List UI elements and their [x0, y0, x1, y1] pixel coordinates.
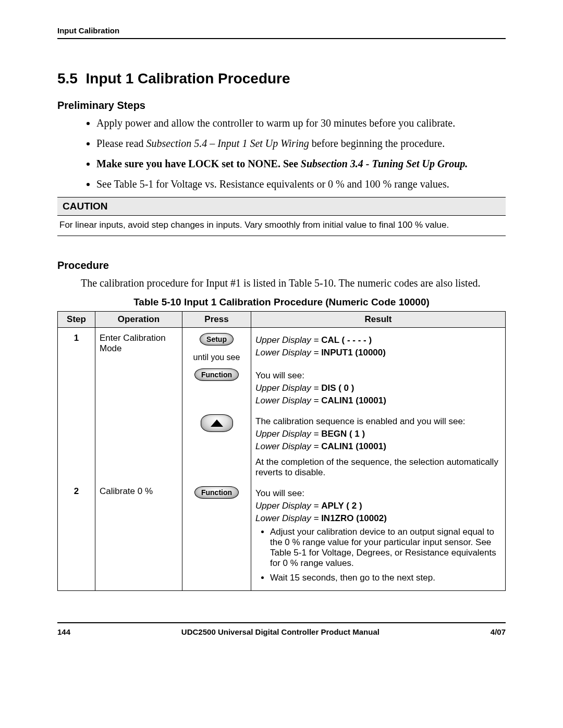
result-cell: Upper Display = CAL ( - - - - ) Lower Di… — [251, 328, 506, 366]
section-number: 5.5 — [57, 70, 78, 87]
prelim-item: Please read Subsection 5.4 – Input 1 Set… — [96, 136, 506, 151]
press-cell: Setup until you see — [182, 328, 251, 366]
up-arrow-button — [201, 414, 233, 432]
caution-box: CAUTION For linear inputs, avoid step ch… — [57, 197, 506, 236]
table-row: Function You will see: Upper Display = D… — [58, 365, 506, 411]
prelim-item: Make sure you have LOCK set to NONE. See… — [96, 156, 506, 171]
table-row: 2 Calibrate 0 % Function You will see: U… — [58, 483, 506, 591]
footer-title: UDC2500 Universal Digital Controller Pro… — [70, 627, 491, 636]
table-row: The calibration sequence is enabled and … — [58, 411, 506, 483]
procedure-table: Step Operation Press Result 1 Enter Cali… — [57, 311, 506, 591]
press-cell: Function — [182, 365, 251, 411]
procedure-heading: Procedure — [57, 260, 506, 272]
page-footer: 144 UDC2500 Universal Digital Controller… — [57, 622, 506, 636]
footer-date: 4/07 — [491, 627, 506, 636]
table-row: 1 Enter Calibration Mode Setup until you… — [58, 328, 506, 366]
prelim-item: Apply power and allow the controller to … — [96, 116, 506, 131]
section-title: 5.5 Input 1 Calibration Procedure — [57, 70, 506, 87]
step-number: 2 — [58, 483, 95, 591]
col-result: Result — [251, 312, 506, 328]
step-number: 1 — [58, 328, 95, 366]
col-op: Operation — [95, 312, 182, 328]
page-number: 144 — [57, 627, 70, 636]
result-subitem: Adjust your calibration device to an out… — [270, 527, 501, 569]
operation: Enter Calibration Mode — [95, 328, 182, 366]
procedure-intro: The calibration procedure for Input #1 i… — [81, 276, 506, 290]
press-cell: Function — [182, 483, 251, 591]
table-header-row: Step Operation Press Result — [58, 312, 506, 328]
up-arrow-icon — [211, 419, 223, 427]
prelim-heading: Preliminary Steps — [57, 100, 506, 112]
result-cell: You will see: Upper Display = DIS ( 0 ) … — [251, 365, 506, 411]
prelim-list: Apply power and allow the controller to … — [57, 116, 506, 192]
document-page: Input Calibration 5.5 Input 1 Calibratio… — [0, 0, 563, 657]
setup-button: Setup — [200, 333, 234, 346]
function-button: Function — [194, 486, 239, 499]
caution-body: For linear inputs, avoid step changes in… — [57, 216, 506, 236]
press-cell — [182, 411, 251, 483]
function-button: Function — [194, 368, 239, 381]
col-press: Press — [182, 312, 251, 328]
prelim-item: See Table 5-1 for Voltage vs. Resistance… — [96, 177, 506, 192]
result-cell: You will see: Upper Display = APLY ( 2 )… — [251, 483, 506, 591]
table-caption: Table 5-10 Input 1 Calibration Procedure… — [57, 297, 506, 308]
result-cell: The calibration sequence is enabled and … — [251, 411, 506, 483]
running-header: Input Calibration — [57, 26, 506, 39]
result-subitem: Wait 15 seconds, then go to the next ste… — [270, 573, 501, 583]
section-heading: Input 1 Calibration Procedure — [86, 70, 290, 87]
result-sublist: Adjust your calibration device to an out… — [255, 527, 501, 583]
until-text: until you see — [187, 353, 247, 362]
operation: Calibrate 0 % — [95, 483, 182, 591]
col-step: Step — [58, 312, 95, 328]
caution-label: CAUTION — [57, 198, 506, 216]
